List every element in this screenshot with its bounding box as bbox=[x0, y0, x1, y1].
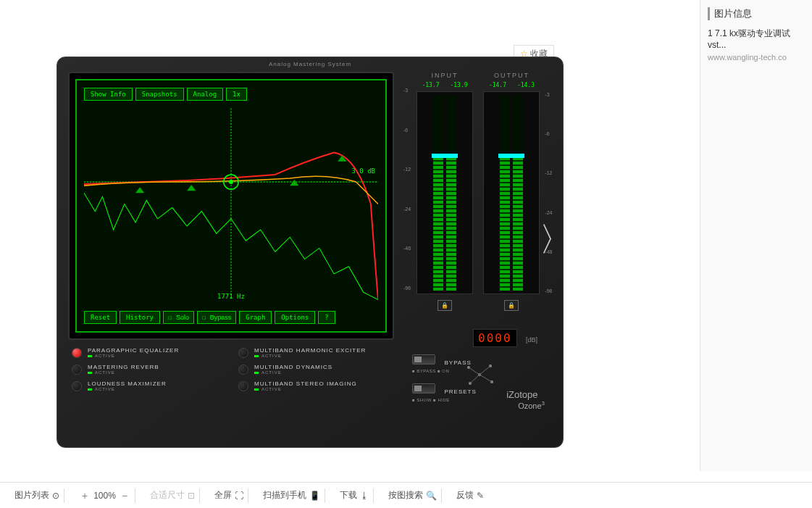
sidebar-url: www.wangling-tech.co bbox=[708, 53, 805, 62]
output-right-value: -14.3 bbox=[517, 82, 535, 88]
download-button[interactable]: 下载 ⭳ bbox=[335, 488, 374, 503]
scan-button[interactable]: 扫描到手机 📱 bbox=[259, 488, 325, 503]
svg-line-16 bbox=[470, 375, 480, 383]
feedback-icon: ✎ bbox=[477, 491, 484, 501]
speed-button[interactable]: 1x bbox=[226, 88, 247, 101]
graph-button[interactable]: Graph bbox=[239, 311, 272, 324]
feedback-button[interactable]: 反馈 ✎ bbox=[452, 488, 488, 503]
ozone-plugin: Analog Mastering System Show Info Snapsh… bbox=[56, 57, 564, 448]
meter-scale-right: -3-6-12-24-48-96 bbox=[545, 92, 552, 293]
chevron-down-icon: ⊙ bbox=[52, 491, 59, 501]
solo-checkbox[interactable]: ☐ Solo bbox=[163, 311, 194, 324]
next-arrow-icon[interactable]: 〉 bbox=[539, 217, 572, 262]
bottom-toolbar: 图片列表 ⊙ + 100% − 合适尺寸 ⊡ 全屏 ⛶ 扫描到手机 📱 下载 ⭳… bbox=[0, 482, 812, 508]
harmonic-led[interactable] bbox=[238, 348, 248, 358]
presets-label: PRESETS bbox=[444, 388, 476, 395]
presets-switch[interactable] bbox=[412, 383, 435, 394]
svg-marker-5 bbox=[135, 187, 144, 193]
input-meter bbox=[417, 91, 473, 294]
output-meter: -3-6-12-24-48-96 bbox=[483, 91, 540, 294]
output-lock-icon[interactable]: 🔒 bbox=[504, 300, 519, 311]
sidebar-link[interactable]: 1 7.1 kx驱动专业调试vst... bbox=[708, 28, 805, 50]
show-info-button[interactable]: Show Info bbox=[84, 88, 133, 101]
output-meter-label: OUTPUT bbox=[483, 72, 540, 79]
loudness-label: LOUDNESS MAXIMIZER bbox=[88, 380, 167, 387]
eq-screen: Show Info Snapshots Analog 1x bbox=[68, 72, 394, 340]
bypass-switch[interactable] bbox=[412, 354, 435, 365]
input-right-value: -13.9 bbox=[450, 82, 467, 88]
search-by-image-button[interactable]: 按图搜索 🔍 bbox=[384, 488, 442, 503]
svg-line-17 bbox=[480, 375, 492, 382]
download-icon: ⭳ bbox=[360, 491, 369, 501]
snapshots-button[interactable]: Snapshots bbox=[135, 88, 184, 101]
fullscreen-icon: ⛶ bbox=[235, 491, 243, 501]
history-button[interactable]: History bbox=[120, 311, 160, 324]
svg-line-14 bbox=[469, 367, 480, 375]
plugin-title: Analog Mastering System bbox=[57, 57, 563, 71]
stereo-led[interactable] bbox=[238, 381, 248, 391]
fit-size-button[interactable]: 合适尺寸 ⊡ bbox=[146, 488, 200, 503]
svg-marker-6 bbox=[187, 185, 196, 191]
reverb-label: MASTERING REVERB bbox=[88, 364, 159, 370]
dynamics-led[interactable] bbox=[238, 365, 248, 375]
input-meter-label: INPUT bbox=[417, 72, 473, 79]
input-left-value: -13.7 bbox=[422, 82, 439, 88]
stereo-label: MULTIBAND STEREO IMAGING bbox=[254, 380, 357, 387]
fit-icon: ⊡ bbox=[188, 491, 195, 501]
image-list-button[interactable]: 图片列表 ⊙ bbox=[10, 488, 64, 503]
help-button[interactable]: ? bbox=[318, 311, 335, 324]
svg-line-15 bbox=[480, 366, 490, 375]
svg-marker-7 bbox=[290, 180, 298, 186]
loudness-led[interactable] bbox=[72, 381, 82, 391]
eq-graph[interactable] bbox=[84, 106, 378, 302]
frequency-readout: 1771 Hz bbox=[217, 293, 245, 300]
svg-point-4 bbox=[229, 180, 233, 184]
db-unit: [dB] bbox=[526, 336, 537, 343]
options-button[interactable]: Options bbox=[275, 311, 315, 324]
zoom-out-button[interactable]: − bbox=[119, 490, 130, 501]
phone-icon: 📱 bbox=[309, 491, 320, 501]
harmonic-label: MULTIBAND HARMONIC EXCITER bbox=[254, 347, 366, 354]
reset-button[interactable]: Reset bbox=[84, 311, 117, 324]
zoom-level: 100% bbox=[93, 491, 116, 501]
logo-graphic-icon bbox=[461, 360, 498, 389]
input-lock-icon[interactable]: 🔒 bbox=[438, 300, 452, 311]
brand-logo: iZotope Ozone3 bbox=[506, 389, 545, 411]
led-display: 0000 bbox=[473, 329, 517, 347]
output-left-value: -14.7 bbox=[489, 82, 506, 88]
analog-button[interactable]: Analog bbox=[187, 88, 224, 101]
dynamics-label: MULTIBAND DYNAMICS bbox=[254, 364, 332, 370]
bypass-checkbox[interactable]: ☐ Bypass bbox=[197, 311, 236, 324]
fullscreen-button[interactable]: 全屏 ⛶ bbox=[210, 488, 248, 503]
search-icon: 🔍 bbox=[426, 491, 437, 501]
para-eq-led[interactable] bbox=[72, 348, 82, 358]
sidebar: 图片信息 1 7.1 kx驱动专业调试vst... www.wangling-t… bbox=[700, 0, 812, 471]
gain-readout: 3.0 dB bbox=[351, 167, 375, 175]
sidebar-title: 图片信息 bbox=[708, 7, 805, 20]
reverb-led[interactable] bbox=[72, 365, 82, 375]
para-eq-label: PARAGRAPHIC EQUALIZER bbox=[88, 347, 179, 354]
zoom-in-button[interactable]: + bbox=[79, 490, 91, 501]
